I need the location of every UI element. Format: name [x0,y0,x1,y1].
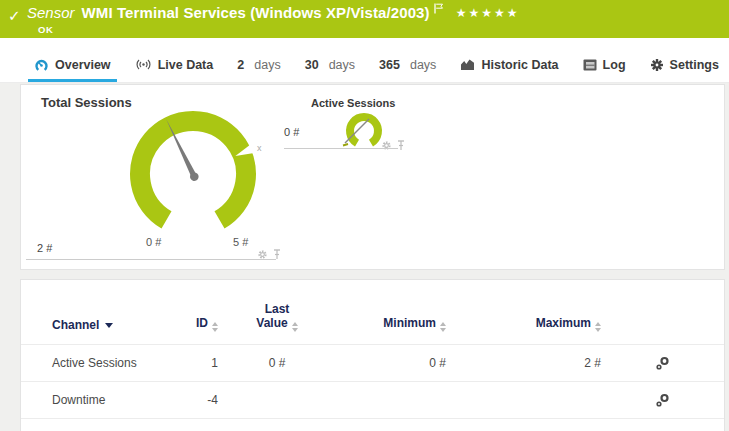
pin-icon[interactable] [397,140,405,151]
sort-desc-icon [105,323,113,328]
active-sessions-current-value: 0 # [284,126,299,138]
total-sessions-current-value: 2 # [37,242,52,254]
area-chart-icon [460,58,475,71]
column-header-minimum[interactable]: Minimum [336,316,446,332]
tab-30-days-number: 30 [305,58,319,72]
tab-2-days-unit: days [254,58,280,72]
channel-minimum: 0 # [336,356,446,370]
table-icon [583,59,597,71]
active-sessions-gauge-title: Active Sessions [311,97,395,109]
tab-overview-label: Overview [55,58,111,72]
flag-icon[interactable] [434,0,444,18]
tab-live-data-label: Live Data [158,58,214,72]
tab-30-days[interactable]: 30days [299,50,361,82]
channel-table-header: Channel ID Last Value Minimum Maximum [21,280,724,344]
tab-live-data[interactable]: Live Data [129,50,220,82]
gauges-panel: Total Sessions x 0 # 5 # 2 # Active Sess… [20,84,725,270]
channel-id: -4 [186,393,218,407]
total-sessions-gauge[interactable]: x [93,105,293,255]
gear-icon[interactable] [381,140,392,151]
gauge-icon [34,58,49,72]
column-header-channel[interactable]: Channel [52,318,186,332]
priority-stars[interactable]: ★★★★★ [456,6,520,20]
tab-2-days[interactable]: 2days [231,50,286,82]
table-row: Active Sessions 1 0 # 0 # 2 # [21,344,724,381]
column-header-maximum[interactable]: Maximum [446,316,601,332]
gauge-marker-label: x [257,143,262,153]
channel-name[interactable]: Active Sessions [52,356,186,370]
tab-365-days-unit: days [410,58,436,72]
tab-bar: Overview Live Data 2days 30days 365days … [0,38,729,83]
column-header-id-label: ID [196,316,208,330]
gauge-divider [26,259,276,260]
channel-id: 1 [186,356,218,370]
radio-waves-icon [135,58,152,71]
gauge-footer-icons [381,140,405,151]
sort-icon [292,322,298,332]
sort-icon [595,322,601,332]
tab-2-days-number: 2 [237,58,244,72]
tab-historic-data[interactable]: Historic Data [454,50,564,82]
prtg-sensor-page: { "colors": {"sensor_ok_green": "#aac613… [0,0,729,431]
channel-last-value: 0 # [218,356,336,370]
column-header-last-value-line1: Last [265,302,290,316]
tab-365-days[interactable]: 365days [373,50,442,82]
tab-overview[interactable]: Overview [28,50,117,82]
gauge-scale-end: 5 # [233,236,248,248]
channel-name[interactable]: Downtime [52,393,186,407]
channel-settings-icon[interactable] [655,393,670,408]
column-header-minimum-label: Minimum [383,316,436,330]
column-header-maximum-label: Maximum [536,316,591,330]
column-header-last-value[interactable]: Last Value [218,302,336,332]
tab-log[interactable]: Log [577,50,632,82]
channel-maximum: 2 # [446,356,601,370]
channels-panel: Channel ID Last Value Minimum Maximum Ac… [20,279,725,431]
tab-settings[interactable]: Settings [644,50,725,82]
tab-historic-data-label: Historic Data [481,58,558,72]
gear-icon [650,58,664,72]
status-badge: OK [38,24,53,35]
table-row: Total Sessions 0 2 # 2 # 5 # [21,418,724,431]
column-header-channel-label: Channel [52,318,99,332]
tab-log-label: Log [603,58,626,72]
sensor-title: WMI Terminal Services (Windows XP/Vista/… [82,4,430,21]
sensor-header: ✓ Sensor WMI Terminal Services (Windows … [0,0,729,38]
tab-30-days-unit: days [329,58,355,72]
tab-365-days-number: 365 [379,58,400,72]
status-check-icon: ✓ [8,7,21,25]
gauge-divider [284,148,398,149]
channel-settings-icon[interactable] [655,356,670,371]
table-row: Downtime -4 [21,381,724,418]
tab-settings-label: Settings [670,58,719,72]
gauge-scale-start: 0 # [146,236,161,248]
object-kind-label: Sensor [27,4,75,21]
column-header-id[interactable]: ID [186,316,218,332]
column-header-last-value-line2: Value [256,316,287,330]
